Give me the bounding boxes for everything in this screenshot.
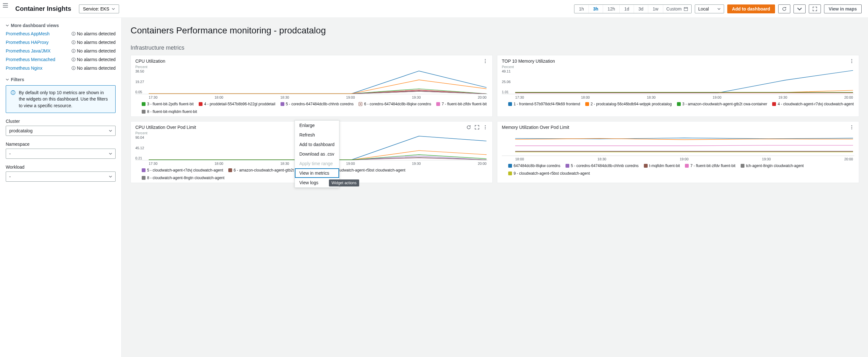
legend-item[interactable]: 2 - prodcatalog-56c46bdb94-wdppk prodcat… [585,102,672,106]
context-menu-item[interactable]: Add to dashboard [295,140,339,149]
legend-item[interactable]: 4 - proddetail-5547b8b96-h22gl proddetai… [199,102,275,106]
legend-swatch [436,102,440,106]
svg-point-14 [485,61,486,62]
legend-item[interactable]: 5 - coredns-647484dc8b-chhnb coredns [565,164,639,168]
context-menu-item[interactable]: View in metrics [295,168,339,178]
dashboard-view-row: Prometheus MemcachedNo alarms detected [6,57,116,62]
view-in-maps-button[interactable]: View in maps [824,4,862,13]
svg-point-2 [73,32,74,33]
more-icon[interactable] [483,125,488,130]
legend-item[interactable]: 6 - coredns-647484dc8b-l8qkw coredns [359,102,431,106]
more-dashboard-views-label: More dashboard views [11,23,59,28]
legend-item[interactable]: tch-agent-8ngtn cloudwatch-agent [741,164,804,168]
service-selector-label: Service: EKS [83,6,109,11]
legend-swatch [142,168,146,172]
legend-item[interactable]: 3 - fluent-bit-2pdfs fluent-bit [142,102,194,106]
legend-item[interactable]: 5 - cloudwatch-agent-r7dvj cloudwatch-ag… [142,168,223,172]
legend-swatch [142,110,146,113]
legend-swatch [565,164,569,168]
expand-icon[interactable] [474,125,479,130]
dashboard-view-link[interactable]: Prometheus Memcached [6,57,55,62]
namespace-select[interactable]: - [6,149,116,159]
legend-item[interactable]: 7 - fluent-bit-zlfdv fluent-bit [436,102,487,106]
caret-down-icon [797,6,802,11]
chart-legend: 647484dc8b-l8qkw coredns5 - coredns-6474… [502,163,854,175]
legend-swatch [508,171,512,175]
refresh-icon[interactable] [466,125,471,130]
add-to-dashboard-button[interactable]: Add to dashboard [727,4,775,13]
timezone-label: Local [698,6,709,11]
alarm-status: No alarms detected [71,40,116,45]
svg-point-23 [851,127,852,128]
caret-down-icon [109,152,112,155]
chart-plot[interactable]: 49.1125.061.01 [502,69,854,94]
time-range-3h[interactable]: 3h [589,5,603,13]
refresh-button[interactable] [778,4,790,13]
legend-swatch [281,102,284,106]
hamburger-menu-icon[interactable] [1,1,9,10]
chart-plot[interactable]: 38.5019.270.05 [135,69,488,94]
more-icon[interactable] [849,125,854,130]
more-icon[interactable] [483,59,488,64]
refresh-menu-button[interactable] [794,4,806,13]
caret-down-icon [6,24,9,27]
chart-card: Memory Utilization Over Pod Limit18:0018… [497,121,859,183]
legend-item[interactable]: 5 - coredns-647484dc8b-chhnb coredns [281,102,354,106]
more-icon[interactable] [849,59,854,64]
dashboard-view-link[interactable]: Prometheus AppMesh [6,31,50,36]
legend-item[interactable]: 8 - fluent-bit-mq8dm fluent-bit [142,109,197,114]
chart-ylabel: Percent [502,65,854,69]
more-dashboard-views-toggle[interactable]: More dashboard views [6,23,116,28]
legend-item[interactable]: t-mq8dm fluent-bit [644,164,680,168]
context-menu-item[interactable]: Download as .csv [295,149,339,159]
svg-point-8 [73,58,74,59]
chart-title: CPU Utilization Over Pod Limit [135,125,196,130]
cluster-label: Cluster [6,119,116,124]
caret-down-icon [717,7,720,10]
chart-yticks: 90.0445.120.21 [135,135,147,160]
svg-point-12 [13,91,13,92]
legend-item[interactable]: 7 - fluent-bit-zlfdv fluent-bit [685,164,735,168]
legend-item[interactable]: 9 - cloudwatch-agent-r5bst cloudwatch-ag… [508,171,590,175]
legend-item[interactable]: 8 - cloudwatch-agent-8ngtn cloudwatch-ag… [142,175,224,180]
workload-select[interactable]: - [6,171,116,182]
time-range-3d[interactable]: 3d [634,5,648,13]
chart-card: CPU UtilizationPercent38.5019.270.0517:3… [130,55,493,117]
time-range-group: 1h3h12h1d3d1wCustom [574,4,691,13]
cluster-select[interactable]: prodcatalog [6,126,116,136]
legend-swatch [228,168,232,172]
time-range-custom[interactable]: Custom [663,5,691,13]
info-box: By default only top 10 metrics are shown… [6,85,116,113]
time-range-1d[interactable]: 1d [620,5,634,13]
timezone-select[interactable]: Local [695,4,724,13]
svg-point-10 [73,67,74,67]
legend-swatch [585,102,589,106]
filters-label: Filters [11,77,24,82]
chart-legend: 3 - fluent-bit-2pdfs fluent-bit4 - prodd… [135,101,488,114]
time-range-12h[interactable]: 12h [603,5,620,13]
legend-item[interactable]: 4 - cloudwatch-agent-r7dvj cloudwatch-ag… [772,102,854,106]
time-range-1w[interactable]: 1w [648,5,663,13]
svg-point-21 [485,129,486,130]
time-range-1h[interactable]: 1h [575,5,589,13]
info-text: By default only top 10 metrics are shown… [19,89,111,109]
dashboard-view-link[interactable]: Prometheus Nginx [6,66,42,71]
svg-point-17 [851,61,852,62]
dashboard-view-link[interactable]: Prometheus HAProxy [6,40,49,45]
filters-toggle[interactable]: Filters [6,77,116,82]
dashboard-view-link[interactable]: Prometheus Java/JMX [6,48,51,54]
context-menu-item[interactable]: Refresh [295,130,339,140]
legend-item[interactable]: 647484dc8b-l8qkw coredns [508,164,560,168]
expand-button[interactable] [809,4,821,13]
service-selector[interactable]: Service: EKS [79,4,119,13]
chart-legend: 1 - frontend-57b978dcf4-f9k69 frontend2 … [502,101,854,106]
refresh-icon [782,6,787,11]
alarm-status: No alarms detected [71,31,116,36]
caret-down-icon [112,7,115,10]
legend-swatch [508,102,512,106]
context-menu-item[interactable]: Enlarge [295,121,339,130]
chart-plot[interactable] [502,131,854,156]
info-icon [71,66,76,70]
legend-item[interactable]: 3 - amazon-cloudwatch-agent-gtb2t cwa-co… [677,102,767,106]
legend-item[interactable]: 1 - frontend-57b978dcf4-f9k69 frontend [508,102,580,106]
